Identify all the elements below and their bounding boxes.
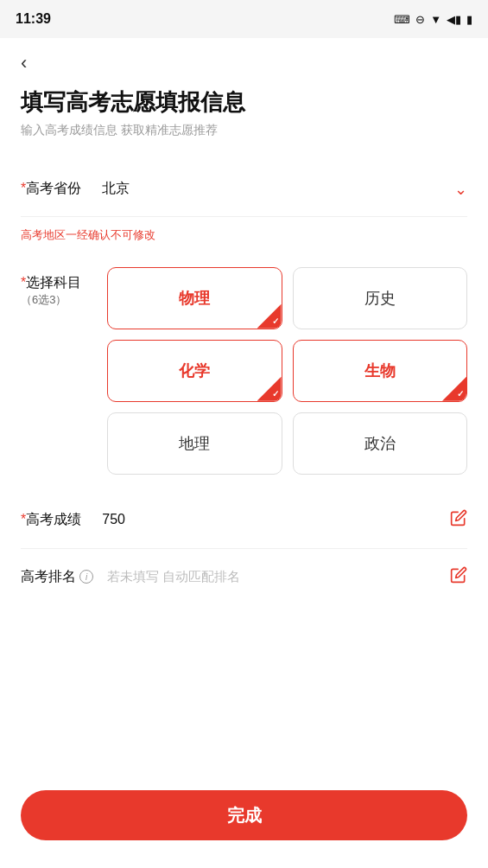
dnd-icon: ⊖ — [415, 13, 425, 26]
page-title: 填写高考志愿填报信息 — [21, 88, 467, 118]
edit-rank-icon[interactable] — [450, 566, 467, 588]
subject-name-biology: 生物 — [364, 361, 396, 381]
signal-icon: ◀▮ — [447, 13, 461, 26]
subject-name-geography: 地理 — [179, 433, 210, 454]
chevron-down-icon[interactable]: ⌄ — [454, 180, 467, 199]
check-mark-chemistry — [257, 377, 282, 401]
back-arrow-icon[interactable]: ‹ — [21, 52, 27, 74]
subject-name-physics: 物理 — [179, 288, 210, 309]
score-label: *高考成绩 — [21, 511, 81, 529]
rank-row[interactable]: 高考排名 i 若未填写 自动匹配排名 — [21, 549, 467, 605]
subject-item-politics[interactable]: 政治 — [293, 412, 468, 475]
status-icons: ⌨ ⊖ ▼ ◀▮ ▮ — [394, 13, 472, 26]
check-mark-biology — [442, 377, 466, 401]
check-mark-physics — [257, 304, 282, 329]
back-button[interactable]: ‹ — [21, 38, 467, 81]
bottom-area: 完成 — [0, 776, 488, 868]
province-label: *高考省份 — [21, 180, 81, 198]
province-value: 北京 — [81, 180, 454, 198]
subject-grid: 物理 历史 化学 生物 地理 政治 — [107, 267, 467, 475]
page-subtitle: 输入高考成绩信息 获取精准志愿推荐 — [21, 123, 467, 138]
main-content: ‹ 填写高考志愿填报信息 输入高考成绩信息 获取精准志愿推荐 *高考省份 北京 … — [0, 38, 488, 799]
score-row[interactable]: *高考成绩 750 — [21, 492, 467, 549]
subject-subnote: （6选3） — [21, 292, 107, 308]
subject-item-biology[interactable]: 生物 — [293, 340, 468, 402]
province-warning: 高考地区一经确认不可修改 — [21, 217, 467, 250]
subject-item-history[interactable]: 历史 — [293, 267, 468, 329]
score-value: 750 — [81, 512, 450, 527]
keyboard-icon: ⌨ — [394, 13, 410, 26]
subject-name-history: 历史 — [364, 288, 396, 309]
submit-button[interactable]: 完成 — [21, 790, 467, 840]
rank-label: 高考排名 i — [21, 568, 93, 586]
subject-item-geography[interactable]: 地理 — [107, 412, 282, 475]
subject-row: *选择科目 （6选3） 物理 历史 化学 生物 — [21, 250, 467, 492]
subject-item-physics[interactable]: 物理 — [107, 267, 282, 329]
subject-name-chemistry: 化学 — [179, 361, 210, 381]
subject-item-chemistry[interactable]: 化学 — [107, 340, 282, 402]
info-icon: i — [79, 570, 93, 584]
edit-score-icon[interactable] — [450, 509, 467, 531]
battery-icon: ▮ — [466, 13, 472, 26]
subject-label: *选择科目 （6选3） — [21, 267, 107, 308]
status-time: 11:39 — [16, 11, 51, 27]
subject-name-politics: 政治 — [364, 433, 396, 454]
rank-placeholder: 若未填写 自动匹配排名 — [93, 569, 450, 585]
province-row[interactable]: *高考省份 北京 ⌄ — [21, 163, 467, 217]
status-bar: 11:39 ⌨ ⊖ ▼ ◀▮ ▮ — [0, 0, 488, 38]
wifi-icon: ▼ — [430, 13, 441, 26]
